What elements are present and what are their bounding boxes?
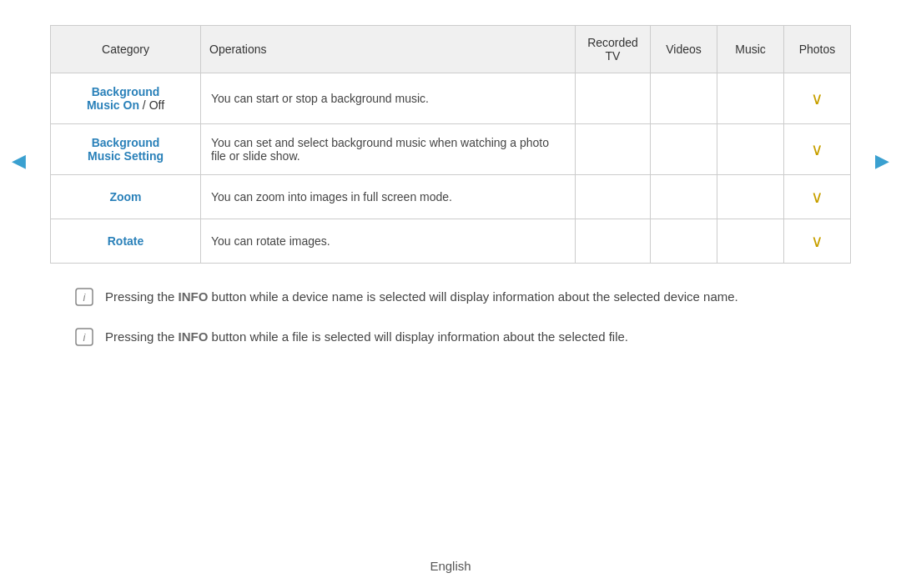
category-background-music-on-off: BackgroundMusic On / Off bbox=[51, 73, 201, 124]
recorded-tv-cell-1 bbox=[576, 73, 651, 124]
note-text-2: Pressing the INFO button while a file is… bbox=[105, 327, 628, 347]
col-header-videos: Videos bbox=[651, 26, 717, 73]
photos-cell-2: ∨ bbox=[784, 124, 851, 175]
operation-background-music-setting: You can set and select background music … bbox=[201, 124, 576, 175]
nav-arrow-left[interactable]: ◀ bbox=[12, 150, 26, 172]
page-wrapper: Category Operations RecordedTV Videos Mu… bbox=[0, 0, 901, 384]
operation-rotate: You can rotate images. bbox=[201, 219, 576, 264]
music-cell-1 bbox=[717, 73, 784, 124]
table-row: BackgroundMusic Setting You can set and … bbox=[51, 124, 851, 175]
svg-text:i: i bbox=[83, 331, 87, 344]
photos-cell-3: ∨ bbox=[784, 175, 851, 219]
note-item-2: i Pressing the INFO button while a file … bbox=[75, 327, 826, 347]
videos-cell-3 bbox=[651, 175, 717, 219]
feature-table: Category Operations RecordedTV Videos Mu… bbox=[50, 25, 851, 264]
table-row: Rotate You can rotate images. ∨ bbox=[51, 219, 851, 264]
chevron-icon-3: ∨ bbox=[811, 187, 823, 207]
music-cell-2 bbox=[717, 124, 784, 175]
photos-cell-4: ∨ bbox=[784, 219, 851, 264]
note-icon-1: i bbox=[75, 288, 97, 306]
music-cell-4 bbox=[717, 219, 784, 264]
videos-cell-4 bbox=[651, 219, 717, 264]
note-item-1: i Pressing the INFO button while a devic… bbox=[75, 287, 826, 307]
col-header-music: Music bbox=[717, 26, 784, 73]
nav-arrow-right[interactable]: ▶ bbox=[875, 150, 889, 172]
recorded-tv-cell-3 bbox=[576, 175, 651, 219]
info-keyword-1: INFO bbox=[179, 289, 209, 304]
operation-background-music-on-off: You can start or stop a background music… bbox=[201, 73, 576, 124]
info-keyword-2: INFO bbox=[179, 329, 209, 344]
footer-language: English bbox=[0, 559, 901, 573]
col-header-recorded-tv: RecordedTV bbox=[576, 26, 651, 73]
videos-cell-1 bbox=[651, 73, 717, 124]
category-rotate: Rotate bbox=[51, 219, 201, 264]
notes-section: i Pressing the INFO button while a devic… bbox=[50, 287, 851, 347]
videos-cell-2 bbox=[651, 124, 717, 175]
music-cell-3 bbox=[717, 175, 784, 219]
category-zoom: Zoom bbox=[51, 175, 201, 219]
chevron-icon-2: ∨ bbox=[811, 139, 823, 159]
col-header-category: Category bbox=[51, 26, 201, 73]
table-row: Zoom You can zoom into images in full sc… bbox=[51, 175, 851, 219]
category-background-music-setting: BackgroundMusic Setting bbox=[51, 124, 201, 175]
recorded-tv-cell-2 bbox=[576, 124, 651, 175]
photos-cell-1: ∨ bbox=[784, 73, 851, 124]
note-icon-2: i bbox=[75, 328, 97, 346]
svg-text:i: i bbox=[83, 291, 87, 304]
col-header-operations: Operations bbox=[201, 26, 576, 73]
operation-zoom: You can zoom into images in full screen … bbox=[201, 175, 576, 219]
col-header-photos: Photos bbox=[784, 26, 851, 73]
chevron-icon-4: ∨ bbox=[811, 231, 823, 251]
table-row: BackgroundMusic On / Off You can start o… bbox=[51, 73, 851, 124]
note-text-1: Pressing the INFO button while a device … bbox=[105, 287, 738, 307]
chevron-icon-1: ∨ bbox=[811, 88, 823, 108]
recorded-tv-cell-4 bbox=[576, 219, 651, 264]
